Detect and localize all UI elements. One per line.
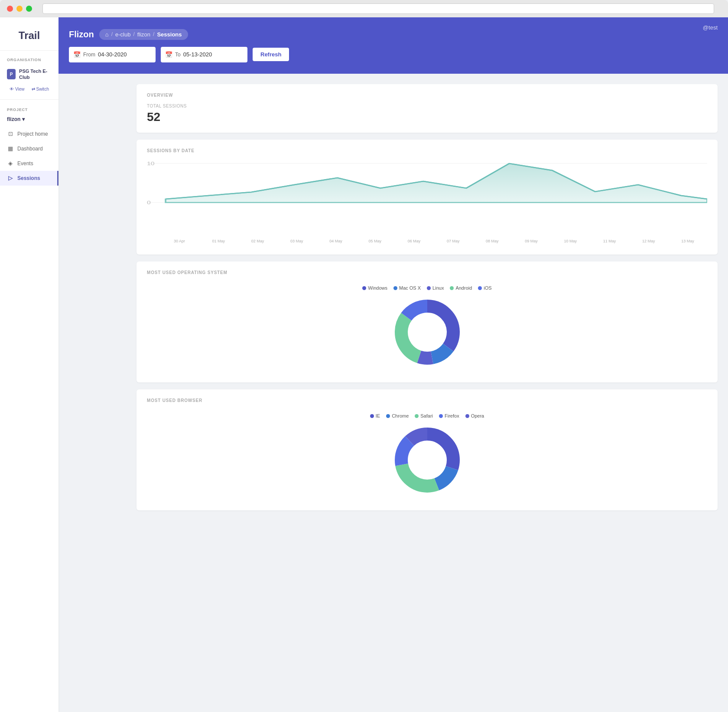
org-section-label: Organisation [0, 51, 58, 65]
os-legend-android: Android [450, 285, 472, 291]
browser-dot-ie [370, 414, 374, 418]
xlabel-5: 05 May [355, 239, 394, 243]
xlabel-7: 07 May [434, 239, 473, 243]
nav-label-sessions: Sessions [17, 175, 40, 181]
os-label-ios: iOS [484, 285, 491, 291]
os-dot-android [450, 286, 454, 290]
browser-chrome [0, 0, 728, 17]
os-dot-linux [427, 286, 431, 290]
browser-legend-safari: Safari [415, 413, 433, 418]
org-actions: 👁 View ⇄ Switch [0, 84, 58, 98]
maximize-dot[interactable] [26, 6, 32, 12]
browser-label-firefox: Firefox [445, 413, 459, 418]
address-bar[interactable] [42, 3, 714, 14]
breadcrumb-sep-1: / [111, 31, 113, 37]
sessions-chart-svg: 10 0 [147, 159, 707, 237]
app-logo: Trail [0, 17, 58, 51]
os-label-linux: Linux [432, 285, 444, 291]
minimize-dot[interactable] [16, 6, 23, 12]
os-legend-linux: Linux [427, 285, 444, 291]
sidebar-item-project-home[interactable]: ⊡ Project home [0, 127, 58, 141]
divider [0, 99, 58, 100]
os-chart-title: MOST USED OPERATING SYSTEM [147, 270, 707, 275]
eye-icon: 👁 [10, 87, 14, 91]
browser-dot-firefox [439, 414, 443, 418]
breadcrumb-sep-3: / [153, 31, 154, 37]
to-date-group: 📅 To [161, 47, 247, 62]
refresh-button[interactable]: Refresh [253, 48, 289, 61]
browser-chart-title: MOST USED BROWSER [147, 398, 707, 403]
header-project-name: Flizon [69, 29, 94, 39]
xlabel-4: 04 May [316, 239, 355, 243]
os-legend: Windows Mac OS X Linux Android [362, 285, 491, 291]
events-icon: ◈ [7, 160, 14, 167]
header-top: Flizon ⌂ / e-club / flizon / Sessions [69, 29, 718, 40]
svg-point-15 [408, 441, 446, 479]
browser-legend-opera: Opera [465, 413, 484, 418]
browser-label-ie: IE [376, 413, 380, 418]
os-donut-svg [393, 297, 462, 367]
browser-label-safari: Safari [420, 413, 433, 418]
sessions-icon: ▷ [7, 175, 14, 182]
xlabel-13: 13 May [668, 239, 707, 243]
xlabel-12: 12 May [629, 239, 668, 243]
sidebar: Trail Organisation P PSG Tech E-Club 👁 V… [0, 17, 58, 712]
header-bar: @test Flizon ⌂ / e-club / flizon / Sessi… [58, 17, 728, 74]
sessions-by-date-card: SESSIONS BY DATE 10 0 [136, 140, 718, 255]
browser-label-opera: Opera [471, 413, 484, 418]
browser-legend-chrome: Chrome [386, 413, 409, 418]
xlabel-3: 03 May [277, 239, 316, 243]
os-dot-windows [362, 286, 366, 290]
from-date-group: 📅 From [69, 47, 156, 62]
browser-donut-chart [393, 425, 462, 495]
total-sessions-label: TOTAL SESSIONS [147, 104, 707, 108]
breadcrumb-flizon[interactable]: flizon [137, 31, 150, 38]
close-dot[interactable] [7, 6, 13, 12]
browser-dot-chrome [386, 414, 390, 418]
browser-legend: IE Chrome Safari Firefox [370, 413, 484, 418]
browser-chart-card: MOST USED BROWSER IE Chrome [136, 389, 718, 510]
from-date-input[interactable] [98, 51, 137, 58]
total-sessions-value: 52 [147, 110, 707, 124]
xlabel-2: 02 May [238, 239, 277, 243]
os-dot-macosx [393, 286, 397, 290]
os-legend-macosx: Mac OS X [393, 285, 421, 291]
org-name: PSG Tech E-Club [19, 68, 52, 81]
browser-donut-svg [393, 425, 462, 495]
os-chart-card: MOST USED OPERATING SYSTEM Windows Mac O… [136, 261, 718, 382]
xlabel-9: 09 May [512, 239, 551, 243]
header-nav: Flizon ⌂ / e-club / flizon / Sessions [69, 29, 188, 40]
project-selector[interactable]: flizon ▾ [0, 114, 58, 127]
sidebar-item-events[interactable]: ◈ Events [0, 156, 58, 171]
page-body: OVERVIEW TOTAL SESSIONS 52 SESSIONS BY D… [58, 74, 728, 712]
calendar-from-icon: 📅 [73, 51, 81, 58]
breadcrumb-eclub[interactable]: e-club [115, 31, 130, 38]
xlabel-8: 08 May [473, 239, 512, 243]
svg-point-9 [408, 313, 446, 351]
xlabel-6: 06 May [394, 239, 433, 243]
project-name-label: flizon [7, 116, 20, 122]
org-switch-button[interactable]: ⇄ Switch [29, 86, 52, 92]
org-icon: P [7, 69, 16, 79]
breadcrumb-sep-2: / [133, 31, 134, 37]
app-wrapper: Trail Organisation P PSG Tech E-Club 👁 V… [0, 17, 728, 712]
org-item[interactable]: P PSG Tech E-Club [0, 65, 58, 84]
sessions-chart: 10 0 [147, 159, 707, 246]
os-donut-section: Windows Mac OS X Linux Android [147, 281, 707, 374]
header-controls: 📅 From 📅 To Refresh [69, 47, 718, 62]
org-view-button[interactable]: 👁 View [7, 86, 27, 92]
sidebar-item-sessions[interactable]: ▷ Sessions [0, 171, 58, 186]
home-icon[interactable]: ⌂ [105, 31, 109, 38]
sidebar-item-dashboard[interactable]: ▦ Dashboard [0, 141, 58, 156]
browser-dot-opera [465, 414, 469, 418]
os-donut-chart [393, 297, 462, 367]
calendar-to-icon: 📅 [165, 51, 172, 58]
os-legend-ios: iOS [478, 285, 491, 291]
chevron-down-icon: ▾ [22, 116, 25, 122]
main-content: @test Flizon ⌂ / e-club / flizon / Sessi… [58, 17, 728, 712]
xlabel-10: 10 May [551, 239, 590, 243]
to-date-input[interactable] [183, 51, 222, 58]
browser-dot-safari [415, 414, 419, 418]
overview-card: OVERVIEW TOTAL SESSIONS 52 [136, 84, 718, 133]
xlabel-0: 30 Apr [160, 239, 199, 243]
